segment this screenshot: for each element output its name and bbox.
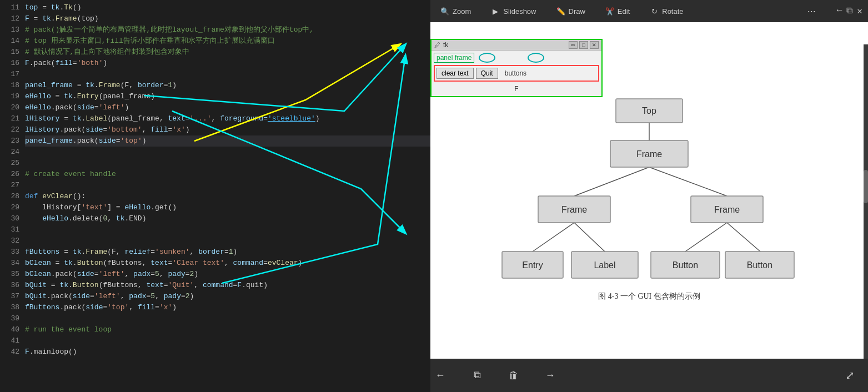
code-line-41 — [25, 335, 430, 346]
panel-frame-row: panel frame — [434, 53, 599, 63]
slideshow-icon: ▶ — [491, 7, 500, 16]
floating-content: panel frame clear text Quit buttons F — [432, 51, 601, 96]
edit-button[interactable]: ✂️ Edit — [601, 4, 634, 18]
svg-text:Entry: Entry — [522, 260, 543, 270]
restore-btn[interactable]: ⇔ — [569, 41, 578, 49]
svg-line-5 — [685, 223, 727, 252]
svg-text:Button: Button — [673, 260, 698, 270]
scrollbar[interactable] — [864, 44, 868, 359]
f-label: F — [514, 85, 518, 93]
code-line-17 — [25, 69, 430, 80]
code-line-35: bClean.pack(side='left', padx=5, pady=2) — [25, 269, 430, 280]
floating-title: tk — [443, 41, 448, 49]
svg-text:Frame: Frame — [714, 205, 740, 214]
code-line-14: # top 用来显示主窗口,fill告诉小部件在垂直和水平方向上扩展以充满窗口 — [25, 36, 430, 47]
more-button[interactable]: ··· — [803, 3, 820, 19]
svg-line-6 — [727, 223, 760, 252]
rotate-icon: ↻ — [650, 7, 659, 16]
close-window-button[interactable]: ✕ — [857, 6, 862, 17]
code-line-20: eHello.pack(side='left') — [25, 102, 430, 113]
tree-diagram: Top Frame Frame Frame Entry Label — [496, 85, 802, 296]
image-viewer: 🔍 Zoom ▶ Slideshow ✏️ Draw ✂️ Edit ↻ Rot… — [430, 0, 868, 392]
svg-text:Button: Button — [747, 260, 772, 270]
code-line-31 — [25, 224, 430, 235]
svg-line-4 — [574, 223, 605, 252]
code-line-29: lHistory['text'] = eHello.get() — [25, 202, 430, 213]
code-line-23: panel_frame.pack(side='top') — [25, 135, 430, 147]
floating-window: 🖊 tk ⇔ □ ✕ panel frame clear text Quit b — [430, 39, 603, 97]
delete-button[interactable]: 🗑 — [504, 365, 524, 385]
expand-icon: ⤢ — [845, 369, 855, 383]
quit-button[interactable]: Quit — [476, 68, 498, 79]
code-line-34: bClean = tk.Button(fButtons, text='Clear… — [25, 258, 430, 269]
code-line-27 — [25, 180, 430, 191]
back-button[interactable]: ← — [430, 365, 450, 385]
svg-line-1 — [574, 167, 649, 196]
code-line-25 — [25, 158, 430, 169]
code-editor: 1112131415161718192021222324252627282930… — [0, 0, 430, 392]
code-line-18: panel_frame = tk.Frame(F, border=1) — [25, 80, 430, 91]
zoom-label: Zoom — [453, 7, 471, 16]
maximize-btn[interactable]: □ — [579, 41, 588, 49]
feather-icon: 🖊 — [434, 42, 440, 48]
svg-text:Frame: Frame — [561, 205, 587, 214]
floating-title-controls: ⇔ □ ✕ — [569, 41, 599, 49]
code-line-37: bQuit.pack(side='left', padx=5, pady=2) — [25, 291, 430, 302]
code-line-15: # 默认情况下,自上向下地将组件封装到包含对象中 — [25, 47, 430, 58]
more-label: ··· — [807, 6, 816, 17]
panel-frame-label: panel frame — [434, 53, 474, 63]
clear-text-button[interactable]: clear text — [436, 68, 474, 79]
code-line-16: F.pack(fill='both') — [25, 58, 430, 69]
copy-button[interactable]: ⧉ — [467, 365, 487, 385]
back-icon: ← — [438, 370, 444, 381]
code-line-36: bQuit = tk.Button(fButtons, text='Quit',… — [25, 280, 430, 291]
svg-line-3 — [533, 223, 574, 252]
edit-icon: ✂️ — [605, 7, 614, 16]
edit-label: Edit — [618, 7, 630, 16]
code-line-38: fButtons.pack(side='top', fill='x') — [25, 302, 430, 313]
buttons-label: buttons — [505, 69, 526, 77]
draw-label: Draw — [569, 7, 585, 16]
tree-caption: 图 4-3 一个 GUI 包含树的示例 — [598, 292, 700, 301]
nav-back-icon[interactable]: ← — [837, 6, 842, 17]
draw-button[interactable]: ✏️ Draw — [552, 4, 590, 18]
code-line-13: # pack()触发一个简单的布局管理器,此时把layout_frame对象到他… — [25, 24, 430, 36]
f-label-row: F — [434, 84, 599, 94]
close-btn[interactable]: ✕ — [590, 41, 599, 49]
forward-icon: → — [548, 370, 554, 381]
copy-window-icon[interactable]: ⧉ — [846, 6, 852, 17]
zoom-button[interactable]: 🔍 Zoom — [436, 4, 475, 18]
code-line-11: top = tk.Tk() — [25, 2, 430, 13]
draw-icon: ✏️ — [556, 7, 565, 16]
rotate-button[interactable]: ↻ Rotate — [645, 4, 688, 18]
viewer-toolbar: 🔍 Zoom ▶ Slideshow ✏️ Draw ✂️ Edit ↻ Rot… — [430, 0, 868, 22]
expand-button[interactable]: ⤢ — [840, 365, 860, 385]
code-line-28: def evClear(): — [25, 191, 430, 202]
delete-icon: 🗑 — [509, 370, 519, 381]
scrollbar-thumb[interactable] — [864, 170, 868, 203]
code-line-22: lHistory.pack(side='bottom', fill='x') — [25, 124, 430, 135]
code-line-26: # create event handle — [25, 169, 430, 180]
copy-icon: ⧉ — [474, 370, 481, 381]
oval-left — [479, 53, 495, 63]
rotate-label: Rotate — [662, 7, 683, 16]
code-line-21: lHistory = tk.Label(panel_frame, text='.… — [25, 113, 430, 124]
line-numbers: 1112131415161718192021222324252627282930… — [0, 0, 25, 392]
svg-text:Label: Label — [594, 260, 615, 270]
floating-titlebar: 🖊 tk ⇔ □ ✕ — [432, 40, 601, 51]
slideshow-button[interactable]: ▶ Slideshow — [486, 4, 540, 18]
code-line-12: F = tk.Frame(top) — [25, 13, 430, 24]
svg-line-2 — [649, 167, 727, 196]
zoom-icon: 🔍 — [440, 7, 449, 16]
code-line-39 — [25, 313, 430, 324]
code-line-32 — [25, 235, 430, 247]
code-content: top = tk.Tk()F = tk.Frame(top)# pack()触发… — [25, 0, 430, 392]
oval-right — [528, 53, 544, 63]
forward-button[interactable]: → — [540, 365, 560, 385]
code-line-19: eHello = tk.Entry(panel_frame) — [25, 91, 430, 102]
code-line-42: F.mainloop() — [25, 346, 430, 358]
buttons-row: clear text Quit buttons — [434, 65, 599, 82]
code-line-24 — [25, 147, 430, 158]
code-line-33: fButtons = tk.Frame(F, relief='sunken', … — [25, 247, 430, 258]
code-line-30: eHello.delete(0, tk.END) — [25, 213, 430, 224]
